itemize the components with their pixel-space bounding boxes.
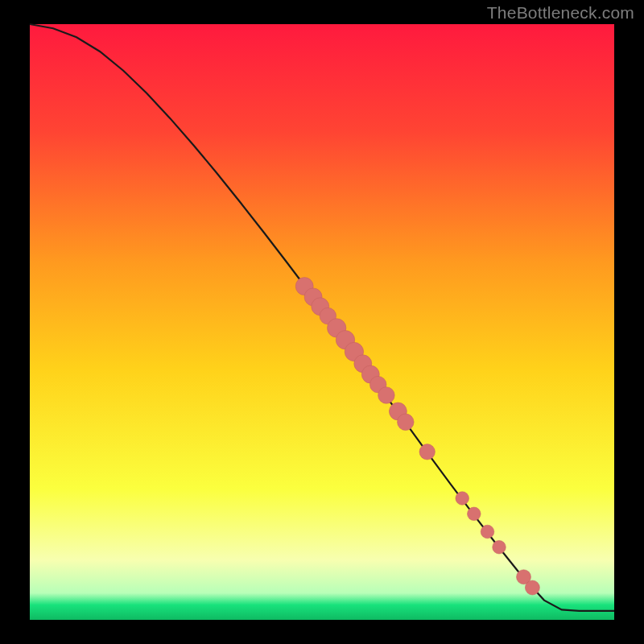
chart-stage: TheBottleneck.com xyxy=(0,0,644,644)
highlight-dot xyxy=(481,525,494,539)
highlight-dot xyxy=(456,492,469,506)
highlight-dot xyxy=(419,444,435,460)
highlight-dot xyxy=(493,540,506,554)
highlight-dot xyxy=(378,387,395,404)
highlight-dot xyxy=(398,414,415,431)
highlight-dot xyxy=(468,507,481,521)
watermark-label: TheBottleneck.com xyxy=(487,3,634,23)
chart-svg xyxy=(0,0,644,644)
highlight-dot xyxy=(525,580,539,595)
